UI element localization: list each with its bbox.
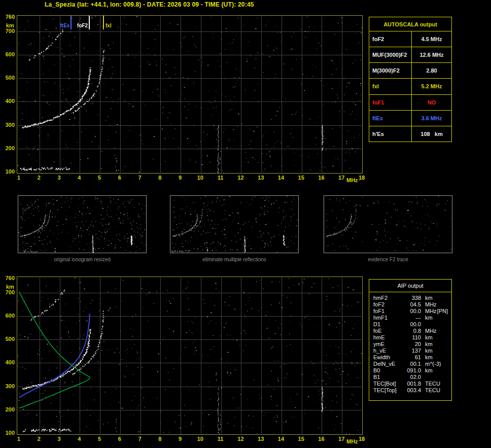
x-tick-label-17: 17 <box>336 436 347 442</box>
y-tick-label-600: 600 <box>2 51 15 57</box>
aip-unit <box>421 321 425 328</box>
aip-row-tectop: TEC[Top]003.4TECU <box>373 387 449 394</box>
fxi-marker-label: fxI <box>106 23 112 28</box>
aip-extra <box>448 367 449 374</box>
aip-row-hmf2: hmF2338km <box>373 295 449 301</box>
aip-unit: m^(-3) <box>421 361 441 367</box>
x-tick-label-9: 9 <box>174 175 186 181</box>
aip-value: 61 <box>403 354 421 361</box>
page-title: La_Spezia (lat: +44.1, lon: 009.8) - DAT… <box>45 1 254 8</box>
y-tick-label-200: 200 <box>2 145 15 151</box>
aip-name: Ewidth <box>373 354 403 361</box>
aip-unit: MHz <box>421 328 437 334</box>
x-tick-label-16: 16 <box>315 436 327 442</box>
aip-unit: km <box>421 295 433 301</box>
aip-value: 091.0 <box>403 367 421 374</box>
aip-value: --- <box>403 315 421 321</box>
y-tick-label-500: 500 <box>2 75 15 81</box>
aip-unit: MHz <box>421 308 437 315</box>
aip-extra <box>448 295 449 301</box>
autoscala-param-label: h'Es <box>369 126 412 142</box>
thumbnail-caption-3: evidence F2 trace <box>324 257 452 262</box>
aip-extra <box>448 341 449 348</box>
aip-unit: km <box>421 354 433 361</box>
aip-row-b1: B102.0 <box>373 374 449 381</box>
x-tick-label-14: 14 <box>275 436 287 442</box>
x-tick-label-1: 1 <box>13 175 24 181</box>
aip-row-b0: B0091.0km <box>373 367 449 374</box>
aip-unit: TECU <box>421 387 440 394</box>
aip-unit <box>421 374 425 381</box>
x-tick-label-6: 6 <box>114 175 125 181</box>
y-tick-label-400: 400 <box>2 98 15 104</box>
aip-extra <box>448 328 449 334</box>
x-tick-label-5: 5 <box>94 436 105 442</box>
aip-name: ymE <box>373 341 403 348</box>
y-tick-label-400: 400 <box>2 359 15 365</box>
autoscala-param-value: 5.2 MHz <box>412 79 451 94</box>
x-tick-label-12: 12 <box>235 175 246 181</box>
aip-unit: km <box>421 315 433 321</box>
x-tick-label-6: 6 <box>114 436 125 442</box>
aip-value: 20 <box>403 341 421 348</box>
y-tick-label-100: 100 <box>2 430 15 436</box>
autoscala-header: AUTOSCALA output <box>369 17 451 31</box>
aip-row-ewidth: Ewidth61km <box>373 354 449 361</box>
x-tick-label-5: 5 <box>94 175 105 181</box>
aip-extra <box>448 301 449 308</box>
x-tick-label-4: 4 <box>74 175 85 181</box>
autoscala-row-fxi: fxI5.2 MHz <box>369 79 451 94</box>
fof2-marker-label: foF2 <box>65 23 88 28</box>
y-tick-label-500: 500 <box>2 336 15 342</box>
aip-value: 338 <box>403 295 421 301</box>
ionogram-canvas-top <box>17 15 363 174</box>
autoscala-row-hes: h'Es108 km <box>369 126 451 142</box>
fof2-marker-line <box>89 16 90 29</box>
autoscala-row-muf3000f2: MUF(3000)F212.6 MHz <box>369 47 451 63</box>
aip-name: hmE <box>373 334 403 341</box>
x-tick-label-16: 16 <box>315 175 327 181</box>
x-tick-label-8: 8 <box>154 436 165 442</box>
x-axis-unit: MHz <box>346 177 358 183</box>
aip-row-fof2: foF204.5MHz <box>373 301 449 308</box>
aip-extra <box>448 348 449 354</box>
aip-unit: km <box>421 367 433 374</box>
aip-extra <box>448 354 449 361</box>
x-tick-label-1: 1 <box>13 436 24 442</box>
x-tick-label-12: 12 <box>235 436 246 442</box>
aip-row-fof1: foF100.0MHz[PN] <box>373 308 449 315</box>
autoscala-param-value: 108 km <box>412 126 451 142</box>
aip-name: D1 <box>373 321 403 328</box>
x-tick-label-7: 7 <box>134 436 146 442</box>
y-axis-unit: km <box>6 284 14 290</box>
aip-output-box: AIP output hmF2338kmfoF204.5MHzfoF100.0M… <box>369 279 452 401</box>
x-tick-label-9: 9 <box>174 436 186 442</box>
fxi-marker-line <box>103 16 104 29</box>
autoscala-row-m3000f2: M(3000)F22.80 <box>369 63 451 79</box>
aip-value: 04.5 <box>403 301 421 308</box>
x-tick-label-4: 4 <box>74 436 85 442</box>
autoscala-param-label: foF2 <box>369 31 412 47</box>
y-tick-label-600: 600 <box>2 313 15 319</box>
aip-extra: [PN] <box>437 308 449 315</box>
y-axis-unit: km <box>6 22 14 28</box>
autoscala-param-value: 3.6 MHz <box>412 111 451 126</box>
aip-row-tecbot: TEC[Bot]001.8TECU <box>373 381 449 387</box>
x-tick-label-3: 3 <box>54 175 65 181</box>
aip-name: DelN_vE <box>373 361 403 367</box>
aip-rows: hmF2338kmfoF204.5MHzfoF100.0MHz[PN]hmF1-… <box>369 292 451 394</box>
autoscala-param-value: NO <box>412 95 451 110</box>
aip-value: 02.0 <box>403 374 421 381</box>
y-tick-label-700: 700 <box>2 289 15 295</box>
x-tick-label-2: 2 <box>33 436 45 442</box>
aip-value: 003.4 <box>403 387 421 394</box>
autoscala-row-fof1: foF1NO <box>369 95 451 111</box>
aip-extra <box>448 374 449 381</box>
autoscala-row-fof2: foF24.5 MHz <box>369 31 451 47</box>
y-tick-label-200: 200 <box>2 406 15 412</box>
aip-value: 0.8 <box>403 328 421 334</box>
aip-header: AIP output <box>369 280 451 292</box>
aip-row-yme: ymE20km <box>373 341 449 348</box>
aip-name: hmF1 <box>373 315 403 321</box>
autoscala-param-label: foF1 <box>369 95 412 110</box>
